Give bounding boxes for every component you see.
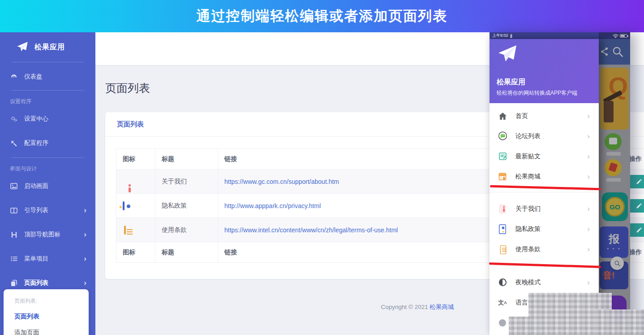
drawer-item-home[interactable]: 首页: [489, 106, 599, 126]
info-circle-icon: [498, 319, 507, 326]
sidebar-item-label: 仪表盘: [24, 73, 86, 81]
about-icon: [498, 202, 507, 216]
paper-plane-logo-icon: [16, 41, 29, 53]
edit-button[interactable]: [629, 223, 644, 237]
status-time: 上午9:02: [492, 33, 508, 39]
screen: 通过控制端轻松编辑或者添加页面列表 松果应用 仪表盘 设置程序 设置中心: [0, 0, 644, 335]
page-link[interactable]: http://www.apppark.cn/privacy.html: [224, 202, 321, 209]
drawer-tagline: 轻松将你的网站转换成APP客户端: [497, 89, 577, 97]
drawer-menu-group-main: 首页 论坛列表 最新贴文: [489, 103, 599, 192]
sidebar: 松果应用 仪表盘 设置程序 设置中心 配置程序 界面与设计: [0, 32, 95, 335]
storefront-icon: [498, 172, 507, 181]
drawer-item-forum[interactable]: 论坛列表: [489, 126, 599, 146]
drawer-header: 松果应用 轻松将你的网站转换成APP客户端: [489, 39, 599, 103]
privacy-icon: [123, 201, 125, 210]
status-bar-dim: [599, 32, 630, 39]
sidebar-item-label: 启动画面: [24, 182, 86, 190]
sidebar-item-settings-center[interactable]: 设置中心: [0, 109, 95, 129]
column-footer-title: 标题: [155, 242, 218, 263]
list-icon: [10, 256, 18, 261]
pages-icon: [10, 280, 18, 287]
sidebar-item-label: 引导列表: [24, 206, 84, 214]
image-icon: [10, 183, 18, 189]
bluetooth-icon: [510, 34, 513, 38]
censored-watermark-mosaic: [596, 309, 644, 335]
drawer-item-label: 松果商城: [515, 173, 587, 181]
app-background: Q GO 报 • • • 音!: [599, 39, 630, 335]
gears-icon: [10, 115, 18, 122]
drawer-item-about[interactable]: 关于我们: [489, 199, 599, 219]
drawer-item-label: 首页: [515, 112, 587, 120]
sidebar-item-config-app[interactable]: 配置程序: [0, 133, 95, 153]
sidebar-item-top-nav-icons[interactable]: 顶部导航图标: [0, 225, 95, 244]
drawer-menu-group-pages: 关于我们 隐私政策 使用条款: [489, 192, 599, 265]
sidebar-item-label: 顶部导航图标: [24, 231, 84, 239]
divider: [12, 62, 84, 62]
column-header-icon: 图标: [116, 149, 155, 170]
chat-bubble-icon: [498, 131, 507, 141]
drawer-item-label: 夜晚模式: [515, 278, 587, 287]
dim-overlay: [599, 39, 630, 335]
privacy-icon: [498, 222, 507, 236]
page-title-cell: 使用条款: [155, 218, 218, 242]
sidebar-item-label: 设置中心: [24, 115, 86, 123]
censored-watermark-mosaic: [509, 317, 531, 335]
submenu-item-add-page[interactable]: 添加页面: [14, 329, 89, 335]
page-title-cell: 关于我们: [155, 170, 218, 194]
sidebar-item-label: 页面列表: [24, 279, 84, 287]
drawer-app-name: 松果应用: [497, 78, 525, 87]
column-header-title: 标题: [155, 149, 218, 170]
drawer-item-label: 使用条款: [515, 245, 587, 253]
document-edit-icon: [498, 152, 507, 161]
drawer-item-label: 论坛列表: [515, 132, 587, 140]
columns-icon: [10, 208, 18, 213]
drawer-item-label: 关于我们: [515, 205, 587, 213]
drawer-item-label: 最新贴文: [515, 152, 587, 161]
heading-icon: [10, 232, 18, 238]
home-icon: [498, 112, 507, 120]
page-title-cell: 隐私政策: [155, 194, 218, 218]
copyright-text: Copyright © 2021: [381, 304, 428, 310]
paper-plane-logo-icon: [497, 44, 518, 65]
drawer-item-mall[interactable]: 松果商城: [489, 166, 599, 187]
page-link[interactable]: https://www.gc.com.cn/support/about.htm: [224, 178, 339, 185]
wrench-icon: [10, 140, 18, 147]
sidebar-section-design: 界面与设计: [0, 158, 95, 174]
drawer-item-privacy[interactable]: 隐私政策: [489, 219, 599, 239]
submenu-title: 页面列表:: [14, 297, 89, 305]
copyright-link[interactable]: 松果商城: [430, 304, 454, 310]
sidebar-item-guide-list[interactable]: 引导列表: [0, 200, 95, 220]
edit-button[interactable]: [629, 175, 644, 188]
promo-banner-title: 通过控制端轻松编辑或者添加页面列表: [197, 7, 448, 26]
sidebar-item-menu-items[interactable]: 菜单项目: [0, 249, 95, 269]
sidebar-item-label: 菜单项目: [24, 255, 84, 263]
drawer-item-label: 隐私政策: [515, 225, 587, 233]
page-title: 页面列表: [105, 81, 150, 96]
night-mode-icon: [498, 278, 507, 286]
terms-icon: [498, 243, 507, 256]
drawer-item-terms[interactable]: 使用条款: [489, 239, 599, 259]
sidebar-item-dashboard[interactable]: 仪表盘: [0, 67, 95, 87]
phone-preview: 上午9:02 Q GO 报: [489, 32, 630, 335]
drawer-item-night-mode[interactable]: 夜晚模式: [489, 272, 599, 292]
sidebar-item-splash[interactable]: 启动画面: [0, 176, 95, 196]
brand-name: 松果应用: [34, 43, 65, 52]
sidebar-section-settings: 设置程序: [0, 91, 95, 106]
drawer-item-posts[interactable]: 最新贴文: [489, 146, 599, 166]
promo-banner: 通过控制端轻松编辑或者添加页面列表: [0, 0, 644, 32]
gauge-icon: [10, 73, 18, 80]
terms-icon: [124, 226, 126, 235]
copyright: Copyright © 2021 松果商城: [328, 303, 507, 311]
brand[interactable]: 松果应用: [0, 32, 95, 62]
edit-button[interactable]: [629, 199, 644, 213]
translate-icon: 文A: [498, 299, 507, 307]
sidebar-item-label: 配置程序: [24, 139, 86, 147]
submenu-item-page-list[interactable]: 页面列表: [14, 313, 89, 321]
page-link[interactable]: https://www.intel.cn/content/www/cn/zh/l…: [224, 226, 398, 234]
column-footer-icon: 图标: [116, 242, 155, 263]
page-list-submenu: 页面列表: 页面列表 添加页面: [4, 289, 89, 335]
